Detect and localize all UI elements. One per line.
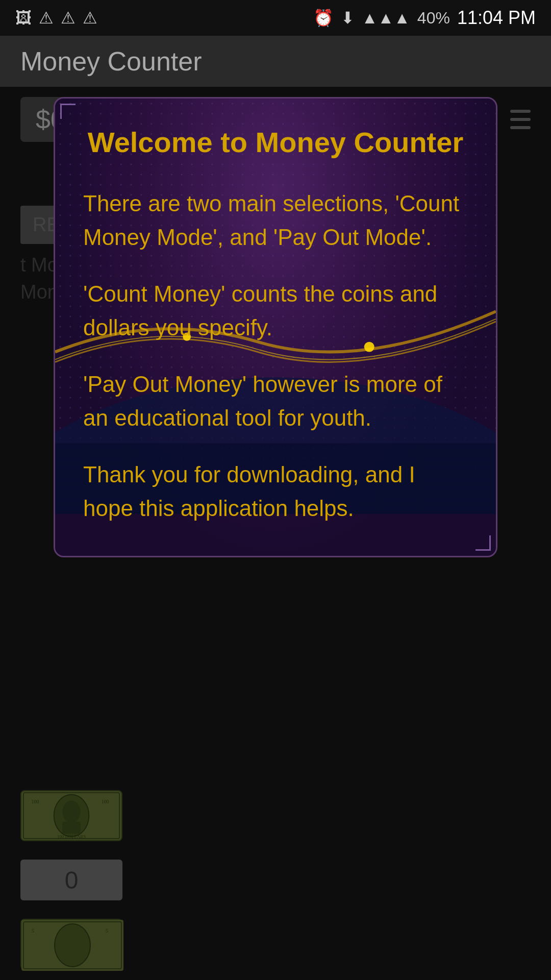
- app-bar-title: Money Counter: [20, 46, 202, 77]
- status-time: 11:04 PM: [457, 7, 536, 29]
- corner-decoration-tl: [60, 104, 76, 119]
- status-bar: 🖼 ⚠ ⚠ ⚠ ⏰ ⬇ ▲▲▲ 40% 11:04 PM: [0, 0, 551, 36]
- warning-icon-1: ⚠: [39, 10, 54, 26]
- dialog-paragraph-3: 'Pay Out Money' however is more of an ed…: [83, 368, 468, 435]
- dialog-heading: Welcome to Money Counter: [83, 124, 468, 161]
- signal-icon: ▲▲▲: [362, 10, 410, 26]
- dialog-paragraph-2: 'Count Money' counts the coins and dolla…: [83, 277, 468, 345]
- photo-icon: 🖼: [15, 10, 32, 26]
- dialog-body: There are two main selections, 'Count Mo…: [83, 187, 468, 525]
- app-bar: Money Counter: [0, 36, 551, 87]
- dialog-paragraph-4: Thank you for downloading, and I hope th…: [83, 458, 468, 525]
- modal-overlay[interactable]: Welcome to Money Counter There are two m…: [0, 87, 551, 980]
- dialog-content: Welcome to Money Counter There are two m…: [55, 99, 496, 556]
- alarm-icon: ⏰: [313, 10, 334, 26]
- status-bar-left: 🖼 ⚠ ⚠ ⚠: [15, 10, 97, 26]
- dialog-paragraph-1: There are two main selections, 'Count Mo…: [83, 187, 468, 254]
- download-icon: ⬇: [341, 10, 355, 26]
- corner-decoration-br: [475, 535, 491, 551]
- battery-indicator: 40%: [417, 9, 450, 28]
- welcome-dialog: Welcome to Money Counter There are two m…: [54, 97, 497, 557]
- main-area: $0.00 Money Counter RELA t Mo... Mone: [0, 87, 551, 980]
- warning-icon-3: ⚠: [83, 10, 97, 26]
- status-bar-right: ⏰ ⬇ ▲▲▲ 40% 11:04 PM: [313, 7, 536, 29]
- warning-icon-2: ⚠: [61, 10, 76, 26]
